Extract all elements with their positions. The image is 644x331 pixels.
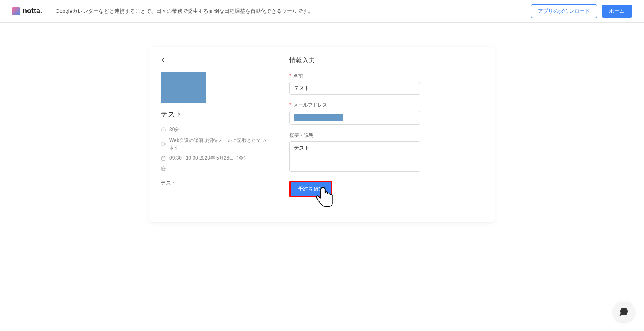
event-details-panel: テスト 30分 Web会議の詳細は招待メールに記載されています 0 <box>149 47 278 222</box>
calendar-icon <box>161 156 166 161</box>
logo-text: notta. <box>23 7 42 15</box>
logo[interactable]: notta. <box>12 7 42 15</box>
name-label: * 名前 <box>289 73 483 80</box>
booking-card: テスト 30分 Web会議の詳細は招待メールに記載されています 0 <box>149 47 495 222</box>
submit-wrapper: 予約を確定 <box>289 181 332 197</box>
svg-rect-1 <box>161 143 164 145</box>
header-left: notta. Googleカレンダーなどと連携することで、日々の業務で発生する面… <box>12 6 313 16</box>
svg-rect-2 <box>161 156 165 160</box>
email-label: * メールアドレス <box>289 102 483 109</box>
description-label: 概要・説明 <box>289 132 483 139</box>
header-right: アプリのダウンロード ホーム <box>531 4 632 18</box>
name-field-group: * 名前 <box>289 73 483 95</box>
required-asterisk: * <box>289 73 291 79</box>
event-title: テスト <box>161 109 266 119</box>
datetime-text: 09:30 - 10:00 2023年 5月26日（金） <box>169 155 248 162</box>
duration-text: 30分 <box>169 126 180 133</box>
required-asterisk: * <box>289 102 291 108</box>
back-arrow-icon[interactable] <box>161 56 168 66</box>
download-app-button[interactable]: アプリのダウンロード <box>531 4 597 18</box>
host-avatar <box>161 72 206 103</box>
home-button[interactable]: ホーム <box>602 5 632 18</box>
email-field-group: * メールアドレス <box>289 102 483 125</box>
chat-widget-button[interactable] <box>613 302 634 321</box>
logo-icon <box>12 7 20 15</box>
header-tagline: Googleカレンダーなどと連携することで、日々の業務で発生する面倒な日程調整を… <box>56 8 313 15</box>
email-redacted <box>294 114 343 121</box>
video-icon <box>161 141 166 147</box>
confirm-booking-button[interactable]: 予約を確定 <box>289 181 332 197</box>
globe-icon <box>161 166 166 171</box>
meeting-info-text: Web会議の詳細は招待メールに記載されています <box>169 137 266 151</box>
header-divider <box>49 6 49 16</box>
globe-row <box>161 166 266 171</box>
form-title: 情報入力 <box>289 56 483 65</box>
datetime-row: 09:30 - 10:00 2023年 5月26日（金） <box>161 155 266 162</box>
form-panel: 情報入力 * 名前 * メールアドレス 概要 <box>278 47 495 222</box>
name-input[interactable] <box>289 82 420 95</box>
clock-icon <box>161 127 166 133</box>
main-content: テスト 30分 Web会議の詳細は招待メールに記載されています 0 <box>0 23 644 222</box>
meeting-info-row: Web会議の詳細は招待メールに記載されています <box>161 137 266 151</box>
email-input[interactable] <box>289 111 420 125</box>
header: notta. Googleカレンダーなどと連携することで、日々の業務で発生する面… <box>0 0 644 23</box>
event-description: テスト <box>161 179 266 187</box>
duration-row: 30分 <box>161 126 266 133</box>
description-textarea[interactable] <box>289 141 420 172</box>
description-field-group: 概要・説明 <box>289 132 483 173</box>
